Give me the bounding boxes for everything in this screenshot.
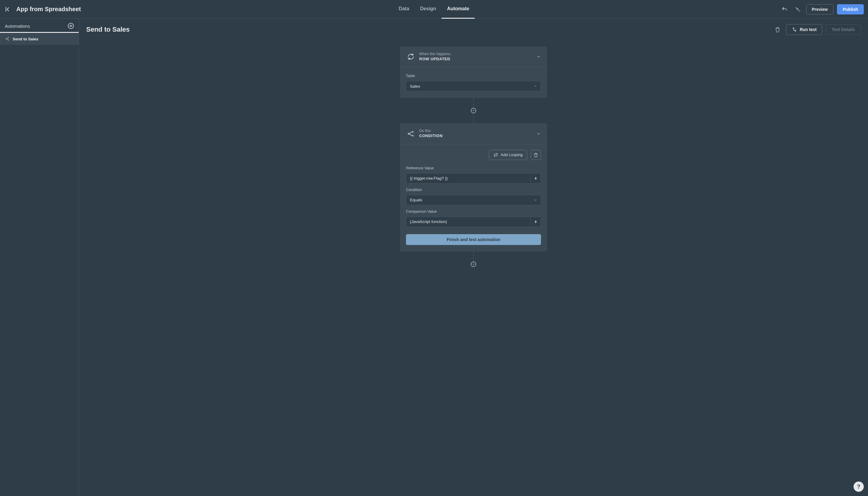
table-field-label: Table xyxy=(406,74,541,78)
chevron-down-icon xyxy=(537,132,540,136)
svg-point-2 xyxy=(8,37,9,38)
preview-button[interactable]: Preview xyxy=(806,4,834,14)
table-select-value: Sales xyxy=(410,84,420,89)
sidebar-title: Automations xyxy=(5,24,30,29)
flow-connector xyxy=(473,252,474,262)
reference-value-input[interactable]: {{ trigger.row.Flag? }} xyxy=(406,173,531,184)
sidebar: Automations Send to Sales xyxy=(0,19,79,496)
chevron-down-icon xyxy=(533,198,537,202)
bolt-icon xyxy=(534,220,538,224)
trigger-card-header[interactable]: When this happens: ROW UPDATED xyxy=(400,46,547,67)
sidebar-item-send-to-sales[interactable]: Send to Sales xyxy=(0,33,79,45)
comparison-value-text: (JavaScript function) xyxy=(410,219,447,224)
test-details-button: Test Details xyxy=(826,25,861,35)
trigger-supertitle: When this happens: xyxy=(419,52,451,57)
table-select[interactable]: Sales xyxy=(406,81,541,91)
reference-value-text: {{ trigger.row.Flag? }} xyxy=(410,176,448,181)
svg-point-3 xyxy=(8,40,9,41)
sidebar-item-label: Send to Sales xyxy=(13,37,38,41)
chevron-down-icon xyxy=(533,84,537,88)
page-title: Send to Sales xyxy=(86,26,129,33)
run-test-label: Run test xyxy=(800,27,817,32)
run-test-icon xyxy=(792,27,797,32)
condition-select[interactable]: Equals xyxy=(406,195,541,205)
canvas-header: Send to Sales Run test Test Details xyxy=(79,19,868,38)
sidebar-header: Automations xyxy=(0,19,79,33)
comparison-value-label: Comparison Value xyxy=(406,210,541,214)
app-title: App from Spreadsheet xyxy=(16,6,81,13)
topbar: App from Spreadsheet Data Design Automat… xyxy=(0,0,868,19)
add-looping-button[interactable]: Add Looping xyxy=(489,150,527,160)
svg-point-1 xyxy=(6,38,6,40)
action-title: CONDITION xyxy=(419,134,443,139)
add-automation-icon[interactable] xyxy=(68,23,74,29)
run-test-button[interactable]: Run test xyxy=(786,24,822,35)
condition-card: Do this: CONDITION Add Looping xyxy=(400,123,547,251)
action-supertitle: Do this: xyxy=(419,129,443,134)
svg-point-5 xyxy=(412,131,414,133)
svg-point-4 xyxy=(408,133,409,135)
help-button[interactable]: ? xyxy=(854,482,864,492)
canvas-actions: Run test Test Details xyxy=(773,24,861,35)
flow-connector xyxy=(473,98,474,108)
undo-icon[interactable] xyxy=(780,4,789,14)
topbar-right: Preview Publish xyxy=(780,4,864,14)
delete-step-button[interactable] xyxy=(531,150,541,160)
condition-card-header[interactable]: Do this: CONDITION xyxy=(400,123,547,144)
top-tabs: Data Design Automate xyxy=(393,0,475,19)
comparison-value-input[interactable]: (JavaScript function) xyxy=(406,217,531,227)
condition-field-label: Condition xyxy=(406,188,541,192)
reference-value-bolt-button[interactable] xyxy=(531,173,541,184)
trigger-title: ROW UPDATED xyxy=(419,57,451,62)
chevron-down-icon xyxy=(537,55,540,59)
tab-data[interactable]: Data xyxy=(393,0,415,19)
condition-icon xyxy=(406,129,415,138)
delete-automation-icon[interactable] xyxy=(773,25,782,34)
share-icon xyxy=(5,36,10,41)
finish-and-test-button[interactable]: Finish and test automation xyxy=(406,234,541,245)
back-icon[interactable] xyxy=(4,5,12,13)
condition-select-value: Equals xyxy=(410,198,422,202)
svg-point-6 xyxy=(412,135,414,137)
reference-value-label: Reference Value xyxy=(406,166,541,170)
add-step-icon[interactable]: + xyxy=(471,262,476,267)
publish-button[interactable]: Publish xyxy=(837,4,864,14)
add-step-icon[interactable]: + xyxy=(471,108,476,113)
looping-icon xyxy=(493,153,498,157)
trigger-card: When this happens: ROW UPDATED Table Sal… xyxy=(400,46,547,98)
flow-area: When this happens: ROW UPDATED Table Sal… xyxy=(79,38,868,496)
theme-toggle-icon[interactable] xyxy=(793,4,803,14)
comparison-value-bolt-button[interactable] xyxy=(531,217,541,227)
canvas: Send to Sales Run test Test Details xyxy=(79,19,868,496)
flow-connector xyxy=(473,113,474,123)
bolt-icon xyxy=(534,176,538,181)
row-updated-icon xyxy=(406,52,415,61)
tab-design[interactable]: Design xyxy=(415,0,441,19)
tab-automate[interactable]: Automate xyxy=(441,0,475,19)
add-looping-label: Add Looping xyxy=(501,153,523,157)
trash-icon xyxy=(533,153,538,157)
